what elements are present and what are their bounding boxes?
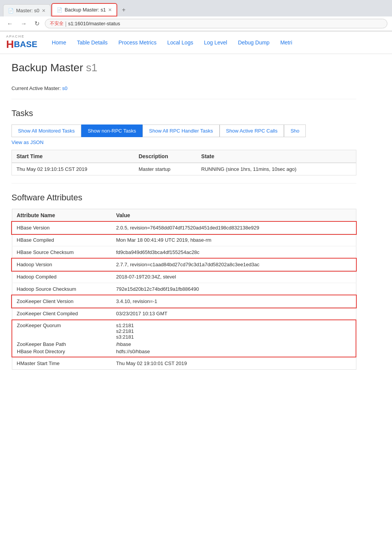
table-row: HMaster Start TimeThu May 02 19:10:01 CS… (12, 357, 356, 370)
main-content: Backup Master s1 Current Active Master: … (0, 54, 368, 385)
active-master-section: Current Active Master: s0 (11, 85, 356, 91)
software-attributes-heading: Software Attributes (11, 193, 356, 203)
security-warning: 不安全 (50, 20, 64, 27)
col-description: Description (134, 150, 197, 163)
address-bar: ← → ↻ 不安全 | s1:16010/master-status (0, 16, 392, 31)
table-row: ZooKeeper Client Version3.4.10, revision… (12, 295, 356, 308)
attr-value-cell: hdfs://s0/hbase (112, 348, 356, 357)
tab-label-1: Master: s0 (16, 8, 39, 13)
attr-value-cell: 3.4.10, revision=-1 (112, 295, 356, 308)
btn-show-all-rpc-handler[interactable]: Show All RPC Handler Tasks (143, 124, 220, 137)
hbase-text: H BASE (6, 38, 37, 51)
btn-show-more[interactable]: Sho (284, 124, 306, 137)
table-row: ZooKeeper Client Compiled03/23/2017 10:1… (12, 308, 356, 320)
task-description: Master startup (134, 163, 197, 175)
attr-value-cell: fd9cba949d65fd3bca4df155254ac28c (112, 246, 356, 259)
table-row: HBase Root Directoryhdfs://s0/hbase (12, 348, 356, 357)
tab-label-2: Backup Master: s1 (65, 7, 106, 13)
attr-value-cell: 2.7.7, revision=c1aad84bd27cd79c3d1a7dd5… (112, 259, 356, 271)
page-title-text: Backup Master (11, 62, 83, 74)
page-title: Backup Master s1 (11, 62, 356, 78)
task-start-time: Thu May 02 19:10:15 CST 2019 (12, 163, 134, 175)
attr-name-cell: HMaster Start Time (12, 357, 112, 370)
tasks-table: Start Time Description State Thu May 02 … (11, 150, 356, 175)
table-row: HBase CompiledMon Mar 18 00:41:49 UTC 20… (12, 234, 356, 246)
attr-name-cell: HBase Root Directory (12, 348, 112, 357)
attr-value-cell: Thu May 02 19:10:01 CST 2019 (112, 357, 356, 370)
task-buttons: Show All Monitored Tasks Show non-RPC Ta… (11, 124, 356, 137)
h-letter: H (6, 38, 14, 51)
reload-button[interactable]: ↻ (32, 19, 42, 28)
attr-name-cell: ZooKeeper Quorum (12, 320, 112, 341)
server-name: s1 (86, 62, 98, 74)
tab-backup-master-s1[interactable]: 📄 Backup Master: s1 ✕ (51, 3, 118, 16)
btn-show-active-rpc-calls[interactable]: Show Active RPC Calls (220, 124, 284, 137)
active-master-label: Current Active Master: (11, 85, 61, 91)
attr-value-cell: 2.0.5, revision=76458dd074df17520ad451de… (112, 222, 356, 234)
nav-home[interactable]: Home (46, 34, 71, 51)
tab-icon-2: 📄 (57, 7, 62, 13)
divider-1 (11, 99, 356, 99)
attr-value-cell: 03/23/2017 10:13 GMT (112, 308, 356, 320)
col-state: State (197, 150, 356, 163)
tab-bar: 📄 Master: s0 ✕ 📄 Backup Master: s1 ✕ + (0, 0, 392, 16)
attr-value-cell: 792e15d20b12c74bd6f19a1fb886490 (112, 283, 356, 295)
table-row: Hadoop Version2.7.7, revision=c1aad84bd2… (12, 259, 356, 271)
browser-chrome: 📄 Master: s0 ✕ 📄 Backup Master: s1 ✕ + ←… (0, 0, 392, 31)
forward-button[interactable]: → (18, 20, 29, 28)
attr-name-cell: ZooKeeper Client Compiled (12, 308, 112, 320)
attr-value-cell: /hbase (112, 341, 356, 348)
attr-value-cell: s1:2181s2:2181s3:2181 (112, 320, 356, 341)
attr-name-cell: Hadoop Source Checksum (12, 283, 112, 295)
back-button[interactable]: ← (5, 20, 15, 28)
attr-value-cell: Mon Mar 18 00:41:49 UTC 2019, hbase-rm (112, 234, 356, 246)
nav-links: Home Table Details Process Metrics Local… (43, 34, 392, 51)
attr-name-cell: ZooKeeper Base Path (12, 341, 112, 348)
col-attr-value: Value (112, 209, 356, 222)
table-row: ZooKeeper Quorums1:2181s2:2181s3:2181 (12, 320, 356, 341)
table-row: ZooKeeper Base Path/hbase (12, 341, 356, 348)
table-row: Hadoop Compiled2018-07-19T20:34Z, stevel (12, 271, 356, 283)
attr-value-cell: 2018-07-19T20:34Z, stevel (112, 271, 356, 283)
software-attributes-table: Attribute Name Value HBase Version2.0.5,… (11, 209, 356, 370)
hbase-navigation: APACHE H BASE Home Table Details Process… (0, 31, 392, 54)
tab-icon-1: 📄 (8, 8, 14, 13)
tab-close-1[interactable]: ✕ (42, 8, 46, 13)
nav-process-metrics[interactable]: Process Metrics (113, 34, 162, 51)
attr-name-cell: Hadoop Version (12, 259, 112, 271)
col-start-time: Start Time (12, 150, 134, 163)
table-row: HBase Version2.0.5, revision=76458dd074d… (12, 222, 356, 234)
tab-close-2[interactable]: ✕ (108, 7, 112, 13)
btn-show-non-rpc[interactable]: Show non-RPC Tasks (81, 124, 143, 137)
attr-name-cell: HBase Version (12, 222, 112, 234)
attr-name-cell: HBase Compiled (12, 234, 112, 246)
nav-log-level[interactable]: Log Level (198, 34, 233, 51)
table-row: HBase Source Checksumfd9cba949d65fd3bca4… (12, 246, 356, 259)
task-state: RUNNING (since 1hrs, 11mins, 10sec ago) (197, 163, 356, 175)
nav-table-details[interactable]: Table Details (72, 34, 113, 51)
nav-metrics[interactable]: Metri (275, 34, 297, 51)
tab-add-button[interactable]: + (118, 3, 129, 16)
address-url[interactable]: s1:16010/master-status (68, 21, 120, 26)
col-attr-name: Attribute Name (12, 209, 112, 222)
active-master-link[interactable]: s0 (62, 85, 67, 91)
hbase-logo: APACHE H BASE (0, 31, 43, 54)
tab-master-s0[interactable]: 📄 Master: s0 ✕ (3, 4, 51, 16)
attr-name-cell: HBase Source Checksum (12, 246, 112, 259)
nav-local-logs[interactable]: Local Logs (162, 34, 198, 51)
apache-text: APACHE (6, 34, 37, 38)
tasks-heading: Tasks (11, 108, 356, 118)
attr-name-cell: ZooKeeper Client Version (12, 295, 112, 308)
table-row: Thu May 02 19:10:15 CST 2019 Master star… (12, 163, 356, 175)
divider-2 (11, 183, 356, 183)
nav-debug-dump[interactable]: Debug Dump (233, 34, 275, 51)
table-row: Hadoop Source Checksum792e15d20b12c74bd6… (12, 283, 356, 295)
view-json-link[interactable]: View as JSON (11, 139, 356, 145)
base-text: BASE (14, 39, 37, 49)
attr-name-cell: Hadoop Compiled (12, 271, 112, 283)
btn-show-all-monitored[interactable]: Show All Monitored Tasks (11, 124, 81, 137)
